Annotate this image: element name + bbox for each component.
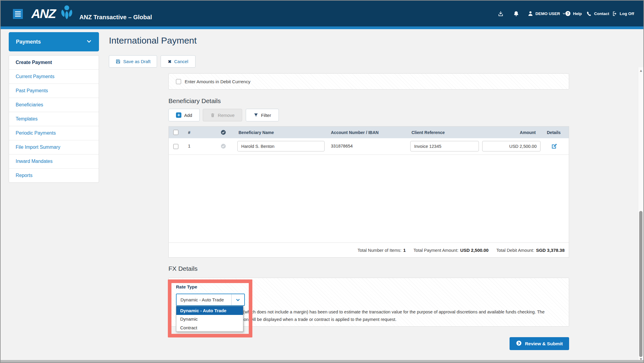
sidebar-item-templates[interactable]: Templates xyxy=(9,112,99,126)
beneficiary-details-heading: Beneficiary Details xyxy=(168,97,221,105)
logout-icon xyxy=(612,11,618,17)
fx-details-heading: FX Details xyxy=(168,265,198,272)
totals-payment-label: Total Payment Amount: xyxy=(414,248,458,253)
fx-info-line-2: tion will be displayed when a trade or c… xyxy=(242,317,396,322)
col-header-account: Account Number / IBAN xyxy=(331,127,379,138)
phone-icon xyxy=(586,11,592,17)
sidebar-item-periodic-payments[interactable]: Periodic Payments xyxy=(9,126,99,140)
cancel-label: Cancel xyxy=(174,59,188,64)
svg-text:?: ? xyxy=(567,11,569,15)
add-icon: + xyxy=(176,112,181,118)
totals-items-value: 1 xyxy=(403,248,406,253)
bell-icon xyxy=(513,11,519,17)
row-verified-icon xyxy=(220,143,226,150)
debit-currency-checkbox-label: Enter Amounts in Debit Currency xyxy=(185,79,250,84)
verified-column-icon xyxy=(220,127,226,138)
row-checkbox[interactable] xyxy=(173,144,178,149)
download-icon xyxy=(498,11,504,17)
app-title: ANZ Transactive – Global xyxy=(79,14,152,21)
add-beneficiary-button[interactable]: + Add xyxy=(168,109,200,121)
download-button[interactable] xyxy=(498,1,504,26)
sidebar-item-inward-mandates[interactable]: Inward Mandates xyxy=(9,154,99,169)
user-name-label: DEMO USER xyxy=(535,11,560,16)
add-label: Add xyxy=(184,113,192,118)
beneficiary-table: # Beneficiary Name Account Number / IBAN… xyxy=(168,126,569,258)
beneficiary-name-input[interactable] xyxy=(237,141,325,151)
hamburger-menu-button[interactable] xyxy=(13,9,23,19)
beneficiary-table-row: 1 331878654 xyxy=(169,138,569,155)
help-icon: ? xyxy=(565,11,571,17)
contact-label: Contact xyxy=(594,11,609,16)
remove-label: Remove xyxy=(218,113,235,118)
table-totals-row: Total Number of Items:1 Total Payment Am… xyxy=(169,243,569,257)
logoff-label: Log Off xyxy=(620,11,634,16)
user-icon xyxy=(528,11,533,17)
remove-beneficiary-button[interactable]: Remove xyxy=(203,109,242,121)
sidebar-item-past-payments[interactable]: Past Payments xyxy=(9,84,99,98)
user-menu[interactable]: DEMO USER xyxy=(528,1,566,26)
rate-type-label: Rate Type xyxy=(176,284,197,289)
sidebar-item-file-import-summary[interactable]: File Import Summary xyxy=(9,140,99,154)
totals-debit-label: Total Debit Amount: xyxy=(496,248,534,253)
col-header-num: # xyxy=(188,127,190,138)
rate-type-option-contract[interactable]: Contract xyxy=(176,323,243,332)
beneficiary-table-header: # Beneficiary Name Account Number / IBAN… xyxy=(169,127,569,139)
sidebar-menu-title: Payments xyxy=(16,39,41,45)
anz-logo: ANZ xyxy=(31,7,55,21)
close-icon: ✖ xyxy=(168,59,171,64)
totals-debit-value: SGD 3,378.38 xyxy=(536,248,565,253)
save-as-draft-label: Save as Draft xyxy=(123,59,151,64)
vertical-scrollbar: ▲ ▼ xyxy=(638,67,644,362)
window-bottom-edge xyxy=(1,360,643,362)
logoff-button[interactable]: Log Off xyxy=(612,1,634,26)
filter-icon xyxy=(254,113,258,117)
sidebar-item-current-payments[interactable]: Current Payments xyxy=(9,70,99,84)
chevron-down-icon xyxy=(231,294,244,305)
totals-payment-value: USD 2,500.00 xyxy=(460,248,488,253)
filter-button[interactable]: Filter xyxy=(246,109,279,121)
fx-info-line-1: (which does not include a margin) has be… xyxy=(243,310,544,314)
sidebar-item-create-payment[interactable]: Create Payment xyxy=(9,56,99,70)
sidebar-payments-menu-button[interactable]: Payments xyxy=(9,32,99,51)
arrow-circle-icon xyxy=(516,340,522,347)
rate-type-selected-value: Dynamic - Auto Trade xyxy=(177,297,231,302)
help-button[interactable]: ? Help xyxy=(565,1,582,26)
scrollbar-thumb[interactable] xyxy=(639,211,642,357)
anz-logo-symbol-icon xyxy=(60,4,74,23)
trash-icon xyxy=(210,113,215,118)
filter-label: Filter xyxy=(261,113,271,118)
rate-type-option-dynamic-auto-trade[interactable]: Dynamic - Auto Trade xyxy=(176,306,243,315)
scroll-up-arrow[interactable]: ▲ xyxy=(639,69,643,73)
cancel-button[interactable]: ✖ Cancel xyxy=(161,55,196,68)
sidebar-item-beneficiaries[interactable]: Beneficiaries xyxy=(9,98,99,112)
col-header-beneficiary-name: Beneficiary Name xyxy=(239,127,274,138)
contact-button[interactable]: Contact xyxy=(586,1,609,26)
col-header-amount: Amount xyxy=(515,127,536,138)
col-header-details: Details xyxy=(547,127,561,138)
totals-items-label: Total Number of Items: xyxy=(358,248,402,253)
help-label: Help xyxy=(573,11,582,16)
account-number-value: 331878654 xyxy=(331,144,353,148)
select-all-checkbox[interactable] xyxy=(173,130,178,135)
amount-input[interactable] xyxy=(482,141,541,151)
rate-type-option-dynamic[interactable]: Dynamic xyxy=(176,315,243,324)
sidebar-item-reports[interactable]: Reports xyxy=(9,169,99,182)
page-title: International Payment xyxy=(109,35,197,46)
review-submit-label: Review & Submit xyxy=(525,341,563,346)
rate-type-dropdown-list: Dynamic - Auto Trade Dynamic Contract xyxy=(176,306,243,332)
header-accent-strip xyxy=(1,26,643,29)
rate-type-select[interactable]: Dynamic - Auto Trade xyxy=(176,294,245,306)
save-icon xyxy=(116,59,121,64)
col-header-reference: Client Reference xyxy=(411,127,445,138)
client-reference-input[interactable] xyxy=(410,141,479,151)
sidebar-menu-list: Create Payment Current Payments Past Pay… xyxy=(9,55,99,183)
row-number: 1 xyxy=(188,144,190,148)
review-submit-button[interactable]: Review & Submit xyxy=(510,337,569,350)
debit-currency-checkbox[interactable] xyxy=(176,79,181,84)
edit-details-icon[interactable] xyxy=(551,143,558,151)
chevron-down-icon xyxy=(86,38,92,45)
save-as-draft-button[interactable]: Save as Draft xyxy=(109,55,157,68)
notifications-button[interactable] xyxy=(513,1,519,26)
app-window: ANZ ANZ Transactive – Global DEMO USER ? xyxy=(0,0,644,363)
